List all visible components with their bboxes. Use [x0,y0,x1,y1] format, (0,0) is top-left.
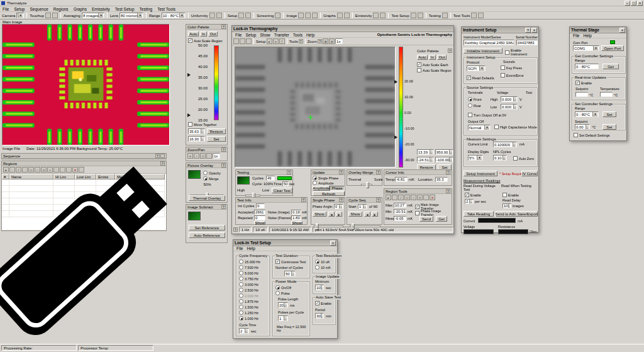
dlg-menu-file[interactable]: File [235,246,245,251]
take-reading-button[interactable]: Take Reading [464,211,494,217]
help-icon[interactable]: ? [221,25,226,29]
help-icon[interactable]: ? [301,198,306,202]
help-icon[interactable]: ? [233,227,238,232]
range-select[interactable]: 10 - 80°C [162,13,186,18]
auto-scale-region-checkbox[interactable] [188,38,192,43]
npl-cycles-input[interactable]: 0.10 [493,155,507,161]
table-icon[interactable] [380,13,386,18]
high-capacitance-checkbox[interactable] [494,125,499,129]
help-icon[interactable]: ? [339,170,343,174]
polygon-icon[interactable]: ◇ [41,167,47,173]
lockin-menu-file[interactable]: File [233,33,243,37]
opacity-radio[interactable] [203,171,208,175]
table-row[interactable] [2,192,166,198]
zoom-in-icon[interactable]: ⊕ [323,38,328,44]
model-select[interactable]: Keithley Graphical 2450 SMU [464,40,514,45]
rear-radio[interactable] [468,103,472,108]
close-button[interactable]: × [637,1,643,6]
help-icon[interactable]: ? [446,170,450,174]
menu-sequence[interactable]: Sequence [27,7,50,11]
phase-angle-field[interactable]: 0 [334,204,343,209]
setup-instrument-button[interactable]: Setup Instrument [464,171,497,176]
histogram-icon[interactable] [344,13,350,18]
tools-icon[interactable] [471,13,477,18]
send-to-save-export-button[interactable]: Send to Adv. Save/Export [496,211,538,217]
enable-voltage-read-checkbox[interactable] [465,193,469,197]
emissivity-icon[interactable] [373,13,379,18]
main-image-canvas[interactable] [3,25,169,145]
continuous-test-checkbox[interactable] [275,259,280,264]
freq-radio[interactable] [239,282,243,287]
refresh-button[interactable]: Refresh [313,191,345,196]
period-input[interactable]: 30 [315,313,324,319]
number-of-cycles-input[interactable]: 50 [284,271,296,276]
move-together-checkbox[interactable] [188,122,192,127]
table-row[interactable] [2,186,166,192]
zoom-level-field[interactable]: 1x [213,153,220,159]
freq-radio[interactable] [239,316,243,321]
freq-radio[interactable] [239,265,243,270]
restore-button[interactable]: Restore [207,128,226,134]
eraser-icon[interactable] [52,13,58,18]
help-icon[interactable]: ? [339,198,343,202]
gear-icon[interactable] [238,13,244,18]
table-row[interactable] [2,205,166,211]
setpoint-input[interactable]: 0.00 [575,124,590,130]
resolution-10uk-radio[interactable] [315,259,319,264]
ts-menu-file[interactable]: File [571,33,581,38]
lockin-menu-help[interactable]: Help [304,33,316,37]
camera-select[interactable] [16,13,24,18]
iv-curve-button[interactable]: IV Curve [521,171,538,176]
open-icon[interactable] [233,38,239,44]
amplitude-radio[interactable] [313,181,317,185]
move-icon[interactable] [60,167,65,173]
lockin-scale-low-marker[interactable] [394,135,397,139]
zoom-out-icon[interactable]: − [194,153,199,159]
ts-menu-help[interactable]: Help [581,33,593,38]
pointer-icon[interactable]: ▸ [267,38,272,44]
freq-radio[interactable] [239,288,243,292]
pulses-per-cycle-input[interactable]: 1 [278,315,288,321]
instrument-titlebar[interactable]: Instrument Setup ? × [462,27,538,33]
show-button[interactable]: Show [348,212,362,217]
wand-icon[interactable] [216,13,222,18]
dlg-menu-help[interactable]: Help [245,246,257,251]
show-button[interactable]: Show [254,221,265,225]
show-button[interactable]: Show [291,221,303,225]
slider-thumb[interactable] [366,182,369,188]
averaging-select[interactable]: 8 images [82,13,104,18]
menu-graphs[interactable]: Graphs [71,7,89,11]
amplitude-button[interactable]: Amplitude [313,186,330,191]
save-icon[interactable] [305,13,311,18]
open-port-button[interactable]: Open Port [601,45,624,51]
lockin-menu-show[interactable]: Show [258,33,272,37]
freehand-icon[interactable]: ~ [47,167,53,173]
polyline-icon[interactable] [22,167,28,173]
pan-hand-icon[interactable] [206,153,212,159]
polygon-icon[interactable]: ◇ [417,195,423,200]
clear-test-button[interactable]: Clear Test [272,188,292,193]
help-icon[interactable]: ? [221,205,226,209]
help-button[interactable]: ? [525,28,531,33]
auto-button[interactable]: Auto [188,31,199,37]
in-button[interactable]: In [429,55,436,60]
voltage-low-input[interactable]: 0.000 [501,104,518,110]
line-icon[interactable]: / [398,195,404,200]
scale-high-marker[interactable] [187,73,191,77]
pulse-length-input[interactable]: 20 [278,302,288,308]
help-icon[interactable]: ? [287,170,291,174]
voltage-high-input[interactable]: 0.000 [501,96,518,102]
menu-test-tools[interactable]: Test Tools [155,7,178,11]
key-press-checkbox[interactable] [501,65,505,70]
help-icon[interactable]: ? [448,48,452,53]
high-low-slider[interactable] [245,195,260,196]
set-button[interactable]: Set [602,124,616,130]
image-icon[interactable] [298,13,304,18]
table-row[interactable] [2,211,166,217]
int-cycles-field[interactable]: 0 [256,203,265,208]
start-field[interactable]: 1 [358,204,367,209]
menu-emissivity[interactable]: Emissivity [89,7,113,11]
phase-button[interactable]: Phase [330,186,345,191]
auto-reference-button[interactable]: Auto Reference [189,232,225,238]
pointer-icon[interactable]: ▸ [386,195,391,200]
